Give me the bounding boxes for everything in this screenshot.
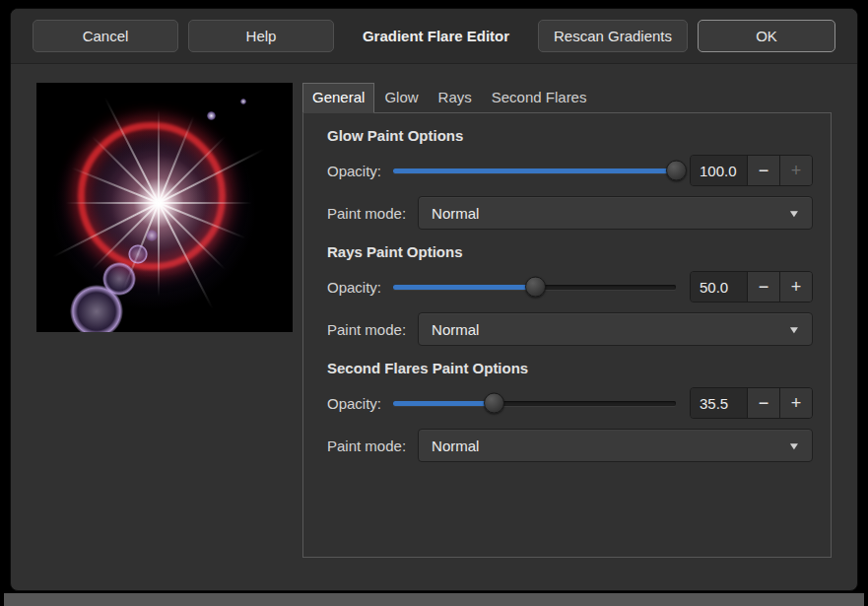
- second-flares-opacity-value[interactable]: 35.5: [691, 388, 747, 418]
- rays-opacity-row: Opacity: 50.0 −: [327, 270, 813, 303]
- glow-opacity-slider[interactable]: [393, 154, 676, 187]
- slider-fill: [393, 285, 534, 290]
- rays-paint-mode-dropdown[interactable]: Normal ▼: [418, 312, 813, 346]
- flare-dot: [207, 111, 216, 120]
- minus-icon[interactable]: −: [747, 272, 779, 302]
- chevron-down-icon: ▼: [787, 208, 800, 219]
- tab-rays[interactable]: Rays: [429, 83, 482, 112]
- flare-secondary-circle: [128, 244, 148, 264]
- section-heading: Second Flares Paint Options: [327, 360, 813, 376]
- dialog-title: Gradient Flare Editor: [344, 28, 528, 44]
- glow-paint-mode-row: Paint mode: Normal ▼: [327, 196, 813, 230]
- glow-opacity-spinner: 100.0 − +: [690, 155, 813, 186]
- dropdown-value: Normal: [432, 321, 479, 338]
- minus-icon[interactable]: −: [747, 388, 779, 418]
- flare-secondary-circle: [102, 262, 136, 296]
- tab-general[interactable]: General: [302, 83, 374, 113]
- rays-opacity-spinner: 50.0 − +: [690, 271, 813, 303]
- second-flares-opacity-slider[interactable]: [393, 386, 676, 420]
- glow-paint-mode-dropdown[interactable]: Normal ▼: [418, 196, 813, 230]
- glow-opacity-value[interactable]: 100.0: [691, 156, 747, 185]
- tab-glow[interactable]: Glow: [374, 83, 428, 112]
- cancel-button[interactable]: Cancel: [33, 20, 178, 52]
- minus-icon[interactable]: −: [747, 156, 779, 185]
- header-bar: Cancel Help Gradient Flare Editor Rescan…: [11, 9, 857, 64]
- screen: Cancel Help Gradient Flare Editor Rescan…: [0, 0, 868, 606]
- opacity-label: Opacity:: [327, 279, 381, 296]
- paint-mode-label: Paint mode:: [327, 205, 406, 222]
- second-flares-opacity-row: Opacity: 35.5 −: [327, 386, 813, 420]
- glow-opacity-row: Opacity: 100.0 −: [327, 154, 813, 187]
- second-flares-paint-mode-dropdown[interactable]: Normal ▼: [418, 429, 813, 462]
- dialog-content: General Glow Rays Second Flares Glow Pai…: [11, 64, 857, 558]
- plus-icon[interactable]: +: [779, 272, 812, 302]
- opacity-label: Opacity:: [327, 163, 381, 179]
- slider-handle[interactable]: [666, 161, 687, 181]
- chevron-down-icon: ▼: [787, 324, 800, 335]
- slider-fill: [393, 401, 494, 406]
- rays-paint-options-section: Rays Paint Options Opacity:: [327, 243, 813, 346]
- general-tab-panel: Glow Paint Options Opacity:: [302, 112, 832, 558]
- section-heading: Rays Paint Options: [327, 243, 813, 260]
- rays-opacity-slider[interactable]: [393, 270, 676, 303]
- second-flares-paint-options-section: Second Flares Paint Options Opacity:: [327, 360, 813, 462]
- settings-notebook: General Glow Rays Second Flares Glow Pai…: [302, 83, 832, 558]
- background-window-edge: [4, 593, 864, 606]
- paint-mode-label: Paint mode:: [327, 438, 406, 454]
- opacity-label: Opacity:: [327, 395, 381, 412]
- slider-fill: [393, 168, 676, 173]
- slider-track: [393, 168, 676, 173]
- rescan-gradients-button[interactable]: Rescan Gradients: [538, 20, 688, 52]
- slider-handle[interactable]: [484, 393, 504, 414]
- chevron-down-icon: ▼: [787, 440, 800, 451]
- flare-preview[interactable]: [36, 83, 293, 332]
- second-flares-opacity-spinner: 35.5 − +: [690, 387, 813, 419]
- paint-mode-label: Paint mode:: [327, 321, 406, 338]
- slider-track: [393, 401, 676, 406]
- flare-dot: [240, 99, 246, 104]
- second-flares-paint-mode-row: Paint mode: Normal ▼: [327, 429, 813, 462]
- ok-button[interactable]: OK: [698, 20, 835, 52]
- rays-opacity-value[interactable]: 50.0: [691, 272, 747, 302]
- dropdown-value: Normal: [432, 205, 479, 222]
- slider-handle[interactable]: [525, 277, 546, 298]
- dropdown-value: Normal: [432, 438, 479, 454]
- plus-icon[interactable]: +: [779, 156, 812, 185]
- section-heading: Glow Paint Options: [327, 127, 813, 144]
- glow-paint-options-section: Glow Paint Options Opacity:: [327, 127, 813, 230]
- flare-secondary-circle: [146, 230, 158, 241]
- tab-row: General Glow Rays Second Flares: [302, 83, 832, 112]
- slider-track: [393, 285, 676, 290]
- tab-second-flares[interactable]: Second Flares: [482, 83, 597, 112]
- help-button[interactable]: Help: [188, 20, 334, 52]
- gradient-flare-editor-dialog: Cancel Help Gradient Flare Editor Rescan…: [10, 8, 858, 591]
- rays-paint-mode-row: Paint mode: Normal ▼: [327, 312, 813, 346]
- plus-icon[interactable]: +: [779, 388, 812, 418]
